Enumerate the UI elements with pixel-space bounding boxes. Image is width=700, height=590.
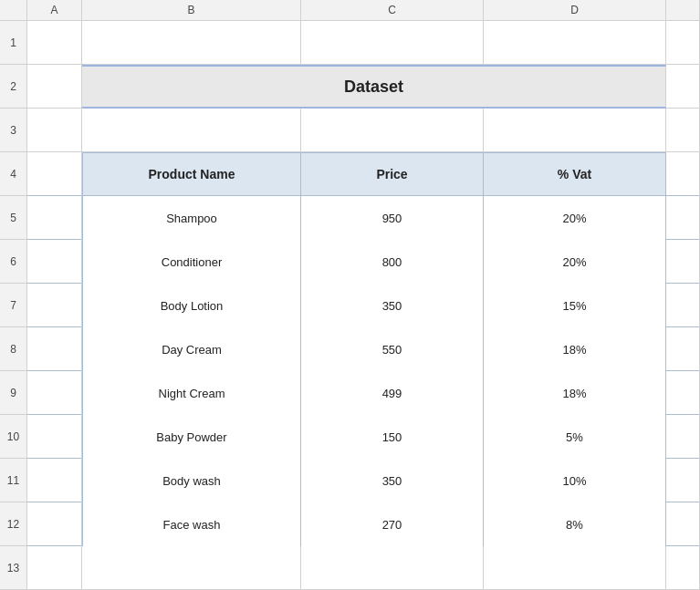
cell-1b[interactable] <box>82 21 301 65</box>
cell-13b[interactable] <box>82 546 301 590</box>
grid-row-3 <box>27 109 700 152</box>
grid-row-5: Shampoo 950 20% <box>27 196 700 240</box>
grid-row-8: Day Cream 550 18% <box>27 327 700 371</box>
col-header-d: D <box>484 0 666 20</box>
row-num-6: 6 <box>0 240 26 284</box>
cell-3b[interactable] <box>82 109 301 152</box>
row-num-4: 4 <box>0 152 26 196</box>
cell-10b-product[interactable]: Baby Powder <box>82 415 301 459</box>
cell-12b-product[interactable]: Face wash <box>82 502 301 546</box>
col-header-a: A <box>27 0 82 20</box>
grid-row-10: Baby Powder 150 5% <box>27 415 700 459</box>
grid-row-11: Body wash 350 10% <box>27 459 700 502</box>
cell-13c[interactable] <box>301 546 484 590</box>
cell-4d-vat-header[interactable]: % Vat <box>484 152 666 196</box>
cell-8a[interactable] <box>27 327 82 371</box>
grid-row-4: Product Name Price % Vat <box>27 152 700 196</box>
cell-6c-price[interactable]: 800 <box>301 240 484 284</box>
row-num-9: 9 <box>0 371 26 415</box>
cell-2a[interactable] <box>27 65 82 109</box>
cell-12d-vat[interactable]: 8% <box>484 502 666 546</box>
cell-10a[interactable] <box>27 415 82 459</box>
row-num-2: 2 <box>0 65 26 109</box>
cell-1a[interactable] <box>27 21 82 65</box>
cell-5e <box>666 196 700 240</box>
cell-7d-vat[interactable]: 15% <box>484 284 666 327</box>
row-num-13: 13 <box>0 546 26 590</box>
grid-body: 1 2 3 4 5 6 7 8 9 10 11 12 13 <box>0 21 700 590</box>
row-num-5: 5 <box>0 196 26 240</box>
cell-6e <box>666 240 700 284</box>
cell-9c-price[interactable]: 499 <box>301 371 484 415</box>
grid-row-1 <box>27 21 700 65</box>
cell-6a[interactable] <box>27 240 82 284</box>
cell-9a[interactable] <box>27 371 82 415</box>
cell-10d-vat[interactable]: 5% <box>484 415 666 459</box>
cell-7b-product[interactable]: Body Lotion <box>82 284 301 327</box>
cell-11c-price[interactable]: 350 <box>301 459 484 502</box>
cell-11a[interactable] <box>27 459 82 502</box>
cell-13e <box>666 546 700 590</box>
cell-12a[interactable] <box>27 502 82 546</box>
grid-row-2: Dataset <box>27 65 700 109</box>
col-header-c: C <box>301 0 484 20</box>
cell-1d[interactable] <box>484 21 666 65</box>
cell-1e <box>666 21 700 65</box>
cell-11d-vat[interactable]: 10% <box>484 459 666 502</box>
cell-1c[interactable] <box>301 21 484 65</box>
row-num-3: 3 <box>0 109 26 152</box>
cell-3e <box>666 109 700 152</box>
cell-5d-vat[interactable]: 20% <box>484 196 666 240</box>
grid-row-9: Night Cream 499 18% <box>27 371 700 415</box>
row-num-8: 8 <box>0 327 26 371</box>
cell-8d-vat[interactable]: 18% <box>484 327 666 371</box>
cell-5c-price[interactable]: 950 <box>301 196 484 240</box>
row-num-11: 11 <box>0 459 26 502</box>
cell-10e <box>666 415 700 459</box>
cell-13d[interactable] <box>484 546 666 590</box>
cell-6b-product[interactable]: Conditioner <box>82 240 301 284</box>
cell-4e <box>666 152 700 196</box>
col-header-e <box>666 0 700 20</box>
cell-12e <box>666 502 700 546</box>
cell-2e <box>666 65 700 109</box>
cell-7a[interactable] <box>27 284 82 327</box>
cell-13a[interactable] <box>27 546 82 590</box>
cell-3c[interactable] <box>301 109 484 152</box>
cell-8b-product[interactable]: Day Cream <box>82 327 301 371</box>
cell-4c-price-header[interactable]: Price <box>301 152 484 196</box>
cell-3d[interactable] <box>484 109 666 152</box>
row-num-10: 10 <box>0 415 26 459</box>
cell-9e <box>666 371 700 415</box>
cell-11b-product[interactable]: Body wash <box>82 459 301 502</box>
grid-row-13 <box>27 546 700 590</box>
cell-5b-product[interactable]: Shampoo <box>82 196 301 240</box>
grid-row-12: Face wash 270 8% <box>27 502 700 546</box>
cell-3a[interactable] <box>27 109 82 152</box>
cell-9b-product[interactable]: Night Cream <box>82 371 301 415</box>
corner-cell <box>0 0 27 20</box>
grid-content: Dataset Product Name Price % Vat <box>27 21 700 590</box>
spreadsheet: A B C D 1 2 3 4 5 6 7 8 9 10 11 12 13 <box>0 0 700 590</box>
row-numbers: 1 2 3 4 5 6 7 8 9 10 11 12 13 <box>0 21 27 590</box>
row-num-12: 12 <box>0 502 26 546</box>
cell-7c-price[interactable]: 350 <box>301 284 484 327</box>
cell-12c-price[interactable]: 270 <box>301 502 484 546</box>
dataset-title-cell[interactable]: Dataset <box>82 65 666 109</box>
cell-9d-vat[interactable]: 18% <box>484 371 666 415</box>
cell-5a[interactable] <box>27 196 82 240</box>
cell-7e <box>666 284 700 327</box>
grid-row-7: Body Lotion 350 15% <box>27 284 700 327</box>
grid-row-6: Conditioner 800 20% <box>27 240 700 284</box>
cell-11e <box>666 459 700 502</box>
cell-4b-product-header[interactable]: Product Name <box>82 152 301 196</box>
col-header-b: B <box>82 0 301 20</box>
cell-8c-price[interactable]: 550 <box>301 327 484 371</box>
cell-8e <box>666 327 700 371</box>
cell-6d-vat[interactable]: 20% <box>484 240 666 284</box>
row-num-1: 1 <box>0 21 26 65</box>
row-num-7: 7 <box>0 284 26 327</box>
cell-4a[interactable] <box>27 152 82 196</box>
cell-10c-price[interactable]: 150 <box>301 415 484 459</box>
column-headers: A B C D <box>0 0 700 21</box>
